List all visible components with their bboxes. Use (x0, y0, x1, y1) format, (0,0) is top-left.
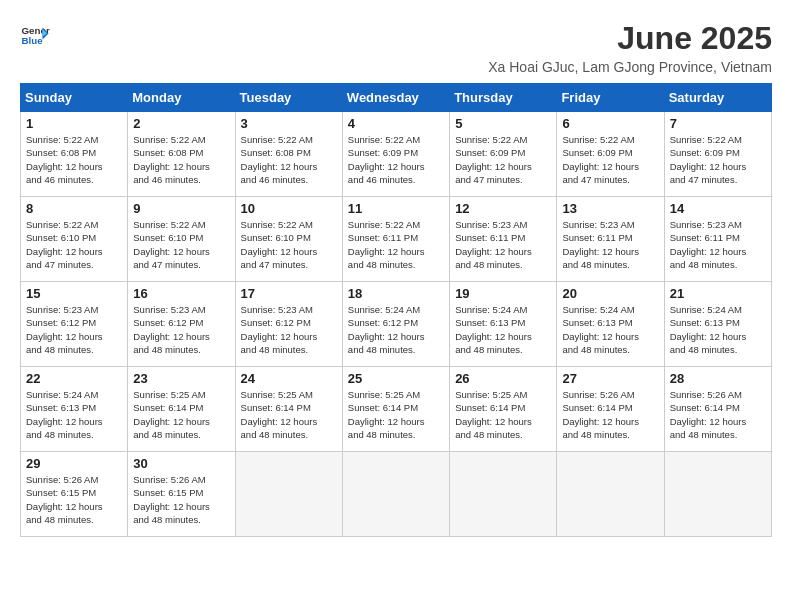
calendar-day-cell: 24 Sunrise: 5:25 AM Sunset: 6:14 PM Dayl… (235, 367, 342, 452)
calendar-day-cell: 19 Sunrise: 5:24 AM Sunset: 6:13 PM Dayl… (450, 282, 557, 367)
empty-cell (235, 452, 342, 537)
day-header-friday: Friday (557, 84, 664, 112)
calendar-day-cell: 18 Sunrise: 5:24 AM Sunset: 6:12 PM Dayl… (342, 282, 449, 367)
day-number: 5 (455, 116, 551, 131)
day-info: Sunrise: 5:22 AM Sunset: 6:09 PM Dayligh… (562, 133, 658, 186)
day-info: Sunrise: 5:26 AM Sunset: 6:14 PM Dayligh… (562, 388, 658, 441)
calendar-week-row: 1 Sunrise: 5:22 AM Sunset: 6:08 PM Dayli… (21, 112, 772, 197)
day-number: 18 (348, 286, 444, 301)
calendar-day-cell: 21 Sunrise: 5:24 AM Sunset: 6:13 PM Dayl… (664, 282, 771, 367)
calendar-day-cell: 26 Sunrise: 5:25 AM Sunset: 6:14 PM Dayl… (450, 367, 557, 452)
day-info: Sunrise: 5:25 AM Sunset: 6:14 PM Dayligh… (455, 388, 551, 441)
calendar-day-cell: 6 Sunrise: 5:22 AM Sunset: 6:09 PM Dayli… (557, 112, 664, 197)
day-number: 13 (562, 201, 658, 216)
day-info: Sunrise: 5:22 AM Sunset: 6:08 PM Dayligh… (241, 133, 337, 186)
calendar-day-cell: 17 Sunrise: 5:23 AM Sunset: 6:12 PM Dayl… (235, 282, 342, 367)
day-info: Sunrise: 5:24 AM Sunset: 6:12 PM Dayligh… (348, 303, 444, 356)
calendar-day-cell: 10 Sunrise: 5:22 AM Sunset: 6:10 PM Dayl… (235, 197, 342, 282)
day-info: Sunrise: 5:22 AM Sunset: 6:10 PM Dayligh… (241, 218, 337, 271)
logo-icon: General Blue (20, 20, 50, 50)
day-number: 12 (455, 201, 551, 216)
day-info: Sunrise: 5:23 AM Sunset: 6:11 PM Dayligh… (455, 218, 551, 271)
day-number: 10 (241, 201, 337, 216)
day-number: 14 (670, 201, 766, 216)
day-info: Sunrise: 5:24 AM Sunset: 6:13 PM Dayligh… (455, 303, 551, 356)
svg-text:Blue: Blue (22, 35, 44, 46)
calendar-day-cell: 3 Sunrise: 5:22 AM Sunset: 6:08 PM Dayli… (235, 112, 342, 197)
calendar-day-cell: 5 Sunrise: 5:22 AM Sunset: 6:09 PM Dayli… (450, 112, 557, 197)
day-number: 27 (562, 371, 658, 386)
day-number: 30 (133, 456, 229, 471)
day-info: Sunrise: 5:23 AM Sunset: 6:11 PM Dayligh… (562, 218, 658, 271)
day-number: 21 (670, 286, 766, 301)
day-header-monday: Monday (128, 84, 235, 112)
day-number: 9 (133, 201, 229, 216)
calendar-day-cell: 28 Sunrise: 5:26 AM Sunset: 6:14 PM Dayl… (664, 367, 771, 452)
day-info: Sunrise: 5:22 AM Sunset: 6:08 PM Dayligh… (26, 133, 122, 186)
day-info: Sunrise: 5:22 AM Sunset: 6:08 PM Dayligh… (133, 133, 229, 186)
day-number: 28 (670, 371, 766, 386)
day-info: Sunrise: 5:22 AM Sunset: 6:10 PM Dayligh… (133, 218, 229, 271)
calendar-day-cell: 4 Sunrise: 5:22 AM Sunset: 6:09 PM Dayli… (342, 112, 449, 197)
day-info: Sunrise: 5:22 AM Sunset: 6:09 PM Dayligh… (455, 133, 551, 186)
calendar-week-row: 22 Sunrise: 5:24 AM Sunset: 6:13 PM Dayl… (21, 367, 772, 452)
calendar-day-cell: 12 Sunrise: 5:23 AM Sunset: 6:11 PM Dayl… (450, 197, 557, 282)
day-number: 3 (241, 116, 337, 131)
day-header-wednesday: Wednesday (342, 84, 449, 112)
empty-cell (450, 452, 557, 537)
day-number: 24 (241, 371, 337, 386)
day-number: 15 (26, 286, 122, 301)
day-header-sunday: Sunday (21, 84, 128, 112)
day-number: 19 (455, 286, 551, 301)
day-number: 1 (26, 116, 122, 131)
day-header-saturday: Saturday (664, 84, 771, 112)
calendar-day-cell: 11 Sunrise: 5:22 AM Sunset: 6:11 PM Dayl… (342, 197, 449, 282)
calendar-week-row: 29 Sunrise: 5:26 AM Sunset: 6:15 PM Dayl… (21, 452, 772, 537)
calendar-day-cell: 8 Sunrise: 5:22 AM Sunset: 6:10 PM Dayli… (21, 197, 128, 282)
day-number: 11 (348, 201, 444, 216)
day-number: 4 (348, 116, 444, 131)
empty-cell (664, 452, 771, 537)
day-info: Sunrise: 5:23 AM Sunset: 6:12 PM Dayligh… (241, 303, 337, 356)
calendar-day-cell: 25 Sunrise: 5:25 AM Sunset: 6:14 PM Dayl… (342, 367, 449, 452)
calendar-day-cell: 13 Sunrise: 5:23 AM Sunset: 6:11 PM Dayl… (557, 197, 664, 282)
day-header-tuesday: Tuesday (235, 84, 342, 112)
day-info: Sunrise: 5:25 AM Sunset: 6:14 PM Dayligh… (241, 388, 337, 441)
empty-cell (342, 452, 449, 537)
calendar-day-cell: 20 Sunrise: 5:24 AM Sunset: 6:13 PM Dayl… (557, 282, 664, 367)
calendar-table: SundayMondayTuesdayWednesdayThursdayFrid… (20, 83, 772, 537)
day-info: Sunrise: 5:22 AM Sunset: 6:09 PM Dayligh… (670, 133, 766, 186)
day-info: Sunrise: 5:26 AM Sunset: 6:15 PM Dayligh… (26, 473, 122, 526)
day-number: 25 (348, 371, 444, 386)
day-info: Sunrise: 5:26 AM Sunset: 6:14 PM Dayligh… (670, 388, 766, 441)
calendar-day-cell: 2 Sunrise: 5:22 AM Sunset: 6:08 PM Dayli… (128, 112, 235, 197)
calendar-day-cell: 15 Sunrise: 5:23 AM Sunset: 6:12 PM Dayl… (21, 282, 128, 367)
day-header-thursday: Thursday (450, 84, 557, 112)
logo: General Blue (20, 20, 50, 50)
calendar-day-cell: 14 Sunrise: 5:23 AM Sunset: 6:11 PM Dayl… (664, 197, 771, 282)
day-info: Sunrise: 5:25 AM Sunset: 6:14 PM Dayligh… (133, 388, 229, 441)
day-number: 8 (26, 201, 122, 216)
day-info: Sunrise: 5:24 AM Sunset: 6:13 PM Dayligh… (670, 303, 766, 356)
page-title: June 2025 (488, 20, 772, 57)
day-number: 17 (241, 286, 337, 301)
calendar-header-row: SundayMondayTuesdayWednesdayThursdayFrid… (21, 84, 772, 112)
day-info: Sunrise: 5:23 AM Sunset: 6:12 PM Dayligh… (26, 303, 122, 356)
day-info: Sunrise: 5:25 AM Sunset: 6:14 PM Dayligh… (348, 388, 444, 441)
calendar-day-cell: 7 Sunrise: 5:22 AM Sunset: 6:09 PM Dayli… (664, 112, 771, 197)
calendar-day-cell: 9 Sunrise: 5:22 AM Sunset: 6:10 PM Dayli… (128, 197, 235, 282)
empty-cell (557, 452, 664, 537)
calendar-week-row: 8 Sunrise: 5:22 AM Sunset: 6:10 PM Dayli… (21, 197, 772, 282)
calendar-day-cell: 29 Sunrise: 5:26 AM Sunset: 6:15 PM Dayl… (21, 452, 128, 537)
day-number: 29 (26, 456, 122, 471)
calendar-day-cell: 16 Sunrise: 5:23 AM Sunset: 6:12 PM Dayl… (128, 282, 235, 367)
day-info: Sunrise: 5:24 AM Sunset: 6:13 PM Dayligh… (26, 388, 122, 441)
calendar-week-row: 15 Sunrise: 5:23 AM Sunset: 6:12 PM Dayl… (21, 282, 772, 367)
day-info: Sunrise: 5:22 AM Sunset: 6:09 PM Dayligh… (348, 133, 444, 186)
day-info: Sunrise: 5:23 AM Sunset: 6:12 PM Dayligh… (133, 303, 229, 356)
day-number: 6 (562, 116, 658, 131)
page-header: General Blue June 2025 Xa Hoai GJuc, Lam… (20, 20, 772, 75)
calendar-day-cell: 30 Sunrise: 5:26 AM Sunset: 6:15 PM Dayl… (128, 452, 235, 537)
day-number: 22 (26, 371, 122, 386)
title-area: June 2025 Xa Hoai GJuc, Lam GJong Provin… (488, 20, 772, 75)
